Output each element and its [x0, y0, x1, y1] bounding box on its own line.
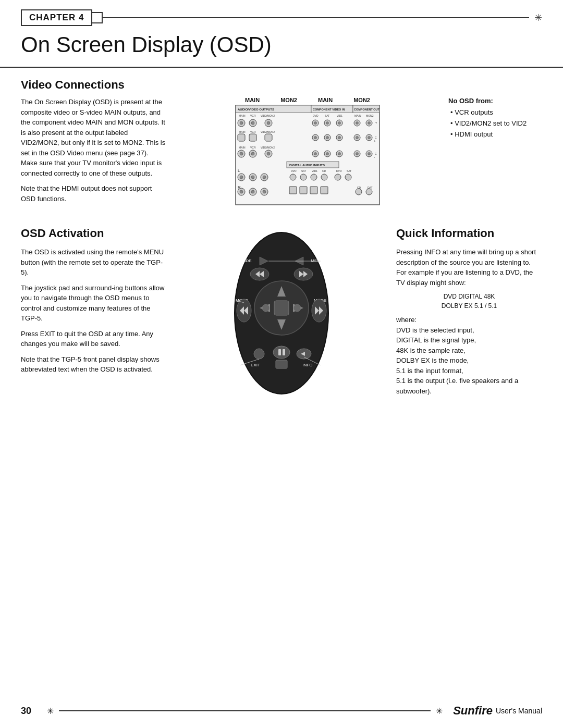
video-connections-section: Video Connections The On Screen Display …	[21, 78, 542, 209]
star-footer-right: ✳	[436, 706, 443, 716]
video-connections-title: Video Connections	[21, 78, 542, 92]
svg-text:VID1: VID1	[312, 169, 317, 172]
connector-label-main2: MAIN	[318, 97, 333, 103]
osd-para-4: Note that the TGP-5 front panel display …	[21, 354, 167, 375]
svg-text:SAT: SAT	[325, 114, 329, 117]
svg-text:DVD: DVD	[336, 169, 342, 172]
connector-label-main1: MAIN	[245, 97, 260, 103]
svg-point-84	[345, 174, 351, 180]
svg-rect-137	[278, 349, 281, 355]
where-item-0: DVD is the selected input,	[396, 325, 542, 336]
svg-text:MON2: MON2	[366, 114, 374, 117]
svg-text:MAIN: MAIN	[354, 114, 361, 117]
osd-para-2: The joystick pad and surround-ing button…	[21, 283, 167, 324]
where-item-3: DOLBY EX is the mode,	[396, 355, 542, 366]
svg-rect-101	[310, 187, 317, 194]
svg-point-15	[267, 121, 270, 125]
svg-point-98	[263, 190, 266, 193]
svg-rect-131	[274, 301, 289, 315]
star-footer-left: ✳	[47, 706, 54, 716]
svg-text:VCR: VCR	[250, 114, 256, 117]
svg-text:DIGITAL AUDIO INPUTS: DIGITAL AUDIO INPUTS	[289, 164, 325, 167]
svg-rect-100	[300, 187, 307, 194]
example-display: DVD DIGITAL 48K DOLBY EX 5.1 / 5.1	[396, 292, 542, 311]
svg-text:VID1: VID1	[337, 114, 342, 117]
where-item-4: 5.1 is the input format,	[396, 366, 542, 376]
svg-point-78	[300, 174, 307, 180]
connector-label-mon2-1: MON2	[280, 97, 297, 103]
osd-activation-section: OSD Activation The OSD is activated usin…	[21, 225, 542, 397]
svg-text:DVD: DVD	[291, 169, 297, 172]
svg-point-80	[321, 174, 327, 180]
page-header: CHAPTER 4 ✳	[0, 0, 563, 26]
svg-point-41	[326, 137, 329, 139]
brand-name: Sunfire	[453, 704, 493, 718]
video-connector-diagram: MAIN MON2 MAIN MON2 AUDIO/VIDEO OUTPUTS …	[177, 97, 438, 209]
star-icon-top: ✳	[534, 12, 542, 23]
svg-rect-102	[321, 187, 328, 194]
chapter-tab-icon	[91, 12, 103, 23]
page-title: On Screen Display (OSD)	[0, 26, 563, 68]
svg-text:VID2/MON2: VID2/MON2	[261, 146, 275, 149]
quick-information-section: Quick Information Pressing INFO at any t…	[396, 225, 542, 397]
video-connections-layout: The On Screen Display (OSD) is present a…	[21, 97, 542, 209]
svg-text:MAIN: MAIN	[239, 114, 246, 117]
svg-rect-37	[265, 134, 272, 141]
svg-text:MAIN: MAIN	[239, 130, 246, 133]
osd-activation-text: OSD Activation The OSD is activated usin…	[21, 225, 167, 397]
svg-point-83	[335, 174, 341, 180]
svg-point-28	[356, 122, 359, 125]
svg-point-77	[290, 174, 296, 180]
no-osd-item-1: VCR outputs	[450, 108, 542, 117]
svg-point-47	[368, 137, 371, 139]
svg-text:EXIT: EXIT	[251, 363, 260, 367]
svg-point-58	[267, 152, 270, 155]
video-connections-text: The On Screen Display (OSD) is present a…	[21, 97, 167, 209]
svg-rect-99	[289, 187, 297, 194]
svg-text:GUIDE: GUIDE	[238, 258, 251, 263]
remote-svg: GUIDE MENU MODE MODE	[224, 230, 339, 397]
no-osd-item-3: HDMI output	[450, 130, 542, 139]
where-item-2: 48K is the sample rate,	[396, 346, 542, 356]
no-osd-item-2: VID2/MON2 set to VID2	[450, 119, 542, 128]
example-line1: DVD DIGITAL 48K	[396, 292, 542, 301]
svg-point-91	[263, 176, 266, 179]
osd-para-1: The OSD is activated using the remote's …	[21, 247, 167, 278]
where-label: where:	[396, 315, 542, 325]
quick-info-title: Quick Information	[396, 225, 542, 242]
svg-text:VCR: VCR	[250, 130, 256, 133]
page-footer: 30 ✳ ✳ Sunfire User's Manual	[0, 704, 563, 718]
svg-point-104	[356, 189, 362, 195]
quick-info-body: Pressing INFO at any time will bring up …	[396, 247, 542, 288]
svg-point-54	[240, 152, 243, 155]
svg-text:VID2/MON2: VID2/MON2	[261, 130, 275, 133]
svg-text:MAIN: MAIN	[239, 146, 246, 149]
svg-point-106	[366, 189, 372, 195]
svg-point-20	[314, 122, 317, 125]
svg-point-136	[273, 346, 290, 359]
chapter-label: CHAPTER 4	[21, 9, 92, 26]
header-line	[103, 17, 529, 18]
svg-rect-140	[276, 360, 287, 368]
svg-point-13	[251, 121, 254, 125]
svg-point-22	[326, 122, 329, 125]
where-item-1: DIGITAL is the signal type,	[396, 335, 542, 346]
svg-text:MENU: MENU	[311, 258, 323, 263]
svg-point-87	[240, 176, 243, 179]
svg-point-89	[251, 176, 254, 179]
footer-line	[59, 710, 431, 711]
svg-text:VID2/MON2: VID2/MON2	[261, 114, 275, 117]
svg-point-68	[368, 153, 371, 155]
svg-text:C: C	[375, 136, 377, 139]
no-osd-list: VCR outputs VID2/MON2 set to VID2 HDMI o…	[448, 108, 542, 140]
svg-text:DVD: DVD	[313, 114, 319, 117]
svg-text:COMPONENT OUT: COMPONENT OUT	[354, 108, 380, 111]
svg-text:SAT: SAT	[301, 169, 306, 172]
svg-point-133	[293, 304, 301, 312]
svg-text:CD: CD	[322, 169, 326, 172]
svg-point-139	[254, 349, 264, 359]
no-osd-title: No OSD from:	[448, 97, 542, 105]
svg-text:SAT: SAT	[347, 169, 351, 172]
svg-text:COMPONENT VIDEO IN: COMPONENT VIDEO IN	[313, 108, 345, 111]
remote-control-diagram: GUIDE MENU MODE MODE	[177, 225, 386, 397]
